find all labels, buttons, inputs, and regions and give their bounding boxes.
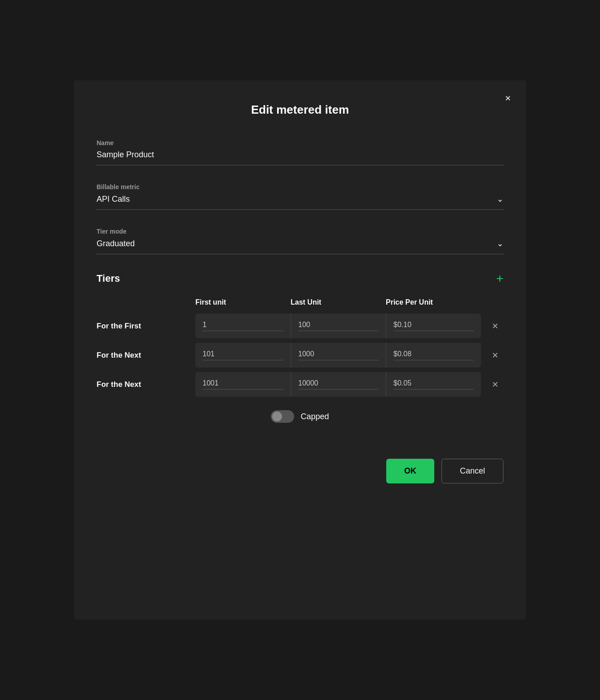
tiers-header: Tiers +	[97, 272, 503, 285]
close-button[interactable]: ×	[501, 91, 515, 106]
tier-2-last-unit-input[interactable]	[298, 350, 379, 360]
tiers-title: Tiers	[97, 273, 120, 284]
tier-2-last-unit-cell	[291, 343, 386, 368]
billable-metric-section: Billable metric API Calls ⌄	[97, 183, 503, 210]
tier-row: For the First ✕	[97, 314, 503, 338]
tier-1-price-input[interactable]	[393, 321, 474, 331]
billable-metric-chevron-icon: ⌄	[497, 194, 503, 204]
tier-mode-chevron-icon: ⌄	[497, 239, 503, 248]
tiers-column-headers: First unit Last Unit Price Per Unit	[97, 298, 503, 306]
name-label: Name	[97, 139, 503, 146]
name-section: Name Sample Product	[97, 139, 503, 165]
tier-1-last-unit-input[interactable]	[298, 321, 379, 331]
col-price-per-unit: Price Per Unit	[386, 298, 481, 306]
tiers-section: Tiers + First unit Last Unit Price Per U…	[97, 272, 503, 423]
tier-1-price-cell	[386, 314, 481, 338]
col-empty	[97, 298, 195, 306]
ok-button[interactable]: OK	[386, 459, 434, 483]
tier-2-first-unit-input[interactable]	[203, 350, 283, 360]
tier-label-1: For the First	[97, 322, 195, 331]
footer-buttons: OK Cancel	[97, 459, 503, 483]
tier-2-remove-button[interactable]: ✕	[481, 350, 503, 360]
tier-2-price-cell	[386, 343, 481, 368]
tier-2-first-unit-cell	[195, 343, 291, 368]
capped-row: Capped	[97, 410, 503, 423]
tier-2-price-input[interactable]	[393, 350, 474, 360]
tier-3-price-cell	[386, 372, 481, 397]
tier-1-first-unit-input[interactable]	[203, 321, 283, 331]
tier-1-remove-button[interactable]: ✕	[481, 321, 503, 331]
cancel-button[interactable]: Cancel	[441, 459, 503, 483]
name-value: Sample Product	[97, 150, 503, 165]
modal-title: Edit metered item	[97, 103, 503, 117]
tier-3-inputs	[195, 372, 481, 397]
col-first-unit: First unit	[195, 298, 291, 306]
tier-3-remove-button[interactable]: ✕	[481, 380, 503, 390]
tier-1-first-unit-cell	[195, 314, 291, 338]
tier-mode-select[interactable]: Graduated ⌄	[97, 239, 503, 254]
tier-3-first-unit-cell	[195, 372, 291, 397]
tier-3-last-unit-input[interactable]	[298, 379, 379, 390]
tier-3-first-unit-input[interactable]	[203, 379, 283, 390]
tier-label-2: For the Next	[97, 351, 195, 360]
billable-metric-select[interactable]: API Calls ⌄	[97, 194, 503, 210]
capped-label: Capped	[300, 412, 329, 421]
toggle-knob	[272, 412, 282, 421]
tier-3-price-input[interactable]	[393, 379, 474, 390]
tier-1-last-unit-cell	[291, 314, 386, 338]
tier-2-inputs	[195, 343, 481, 368]
tiers-table: First unit Last Unit Price Per Unit For …	[97, 298, 503, 397]
tier-mode-label: Tier mode	[97, 228, 503, 235]
modal: × Edit metered item Name Sample Product …	[74, 80, 526, 620]
tier-row: For the Next ✕	[97, 343, 503, 368]
tier-row: For the Next ✕	[97, 372, 503, 397]
capped-toggle[interactable]	[271, 410, 294, 423]
tier-label-3: For the Next	[97, 380, 195, 389]
billable-metric-label: Billable metric	[97, 183, 503, 191]
col-last-unit: Last Unit	[291, 298, 386, 306]
tier-1-inputs	[195, 314, 481, 338]
add-tier-button[interactable]: +	[496, 272, 503, 285]
tier-mode-section: Tier mode Graduated ⌄	[97, 228, 503, 254]
tier-3-last-unit-cell	[291, 372, 386, 397]
